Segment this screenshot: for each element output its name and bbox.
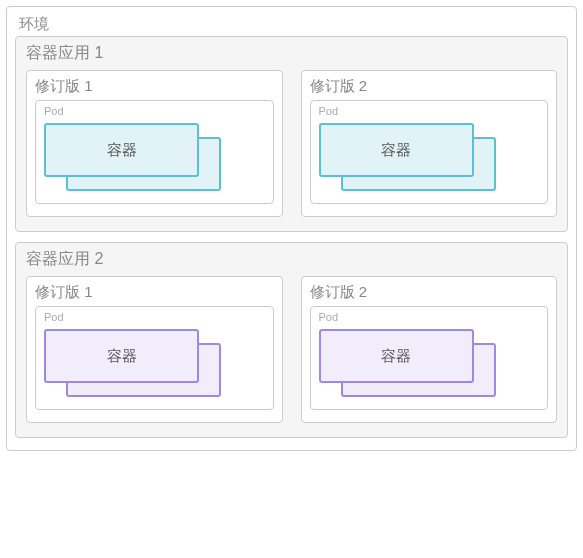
pod-box: Pod 容器 xyxy=(310,306,549,410)
revision-label: 修订版 2 xyxy=(310,283,549,302)
container-card-front: 容器 xyxy=(44,329,199,383)
container-app-2: 容器应用 2 修订版 1 Pod 容器 修订版 2 Pod xyxy=(15,242,568,438)
revision-label: 修订版 1 xyxy=(35,283,274,302)
container-card-front: 容器 xyxy=(319,329,474,383)
environment-label: 环境 xyxy=(15,15,568,34)
container-app-1-label: 容器应用 1 xyxy=(26,43,557,64)
revision-1-2: 修订版 2 Pod 容器 xyxy=(301,70,558,217)
container-stack: 容器 xyxy=(44,123,265,193)
container-stack: 容器 xyxy=(319,123,540,193)
revision-1-1: 修订版 1 Pod 容器 xyxy=(26,70,283,217)
revisions-row: 修订版 1 Pod 容器 修订版 2 Pod 容器 xyxy=(26,70,557,217)
container-card-front: 容器 xyxy=(44,123,199,177)
container-card-front: 容器 xyxy=(319,123,474,177)
pod-box: Pod 容器 xyxy=(35,306,274,410)
pod-label: Pod xyxy=(319,105,540,117)
revision-label: 修订版 1 xyxy=(35,77,274,96)
environment-box: 环境 容器应用 1 修订版 1 Pod 容器 修订版 2 Pod xyxy=(6,6,577,451)
revision-label: 修订版 2 xyxy=(310,77,549,96)
revisions-row: 修订版 1 Pod 容器 修订版 2 Pod 容器 xyxy=(26,276,557,423)
revision-2-1: 修订版 1 Pod 容器 xyxy=(26,276,283,423)
pod-label: Pod xyxy=(44,105,265,117)
container-app-2-label: 容器应用 2 xyxy=(26,249,557,270)
pod-box: Pod 容器 xyxy=(35,100,274,204)
container-stack: 容器 xyxy=(319,329,540,399)
container-stack: 容器 xyxy=(44,329,265,399)
pod-label: Pod xyxy=(44,311,265,323)
revision-2-2: 修订版 2 Pod 容器 xyxy=(301,276,558,423)
pod-label: Pod xyxy=(319,311,540,323)
pod-box: Pod 容器 xyxy=(310,100,549,204)
container-app-1: 容器应用 1 修订版 1 Pod 容器 修订版 2 Pod xyxy=(15,36,568,232)
